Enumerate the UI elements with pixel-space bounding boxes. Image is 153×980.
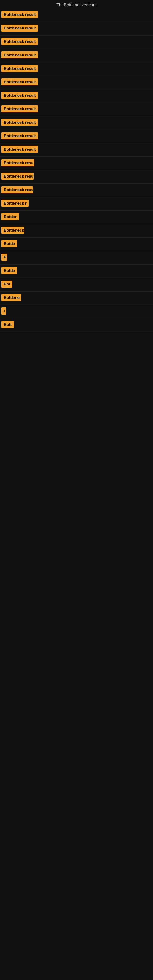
bottleneck-badge[interactable]: Bottleneck resu bbox=[1, 159, 34, 166]
bottleneck-badge[interactable]: Bottleneck result bbox=[1, 24, 38, 32]
bottleneck-row: Bottleneck resu bbox=[0, 170, 153, 184]
bottleneck-badge[interactable]: Bottleneck resu bbox=[1, 186, 33, 193]
bottleneck-badge[interactable]: Bott bbox=[1, 321, 14, 328]
bottleneck-badge[interactable]: Bottle bbox=[1, 267, 17, 274]
bottleneck-row: Bottler bbox=[0, 211, 153, 224]
bottleneck-badge[interactable]: Bottler bbox=[1, 213, 19, 220]
bottleneck-badge[interactable]: Bottleneck result bbox=[1, 132, 38, 139]
bottleneck-badge[interactable]: Bottleneck result bbox=[1, 65, 38, 72]
bottleneck-badge[interactable]: Bottleneck result bbox=[1, 119, 38, 126]
bottleneck-row: Bottleneck result bbox=[0, 35, 153, 49]
bottleneck-row: Bott bbox=[0, 318, 153, 332]
bottleneck-badge[interactable]: Bottleneck result bbox=[1, 11, 38, 18]
bottleneck-badge[interactable]: Bottleneck result bbox=[1, 105, 38, 112]
bottleneck-row: Bottlene bbox=[0, 291, 153, 305]
bottleneck-badge[interactable]: Bottleneck bbox=[1, 227, 24, 234]
bottleneck-row: I bbox=[0, 305, 153, 318]
bottleneck-row: Bottleneck r bbox=[0, 197, 153, 211]
bottleneck-badge[interactable]: Bottleneck resu bbox=[1, 173, 33, 180]
bottleneck-badge[interactable]: I bbox=[1, 307, 6, 315]
bottleneck-badge[interactable]: Bot bbox=[1, 280, 12, 288]
bottleneck-row: Bottleneck resu bbox=[0, 157, 153, 170]
bottleneck-row: Bottleneck result bbox=[0, 22, 153, 35]
bottleneck-row: Bottleneck result bbox=[0, 89, 153, 103]
bottleneck-badge[interactable]: Bottleneck result bbox=[1, 92, 38, 99]
bottleneck-badge[interactable]: Bottleneck result bbox=[1, 51, 38, 59]
bottleneck-badge[interactable]: Bottleneck result bbox=[1, 146, 38, 153]
bottleneck-row: Bottle bbox=[0, 265, 153, 278]
site-title-container: TheBottlenecker.com bbox=[0, 0, 153, 9]
rows-container: Bottleneck resultBottleneck resultBottle… bbox=[0, 9, 153, 332]
bottleneck-row: Bottleneck resu bbox=[0, 184, 153, 197]
bottleneck-row: Bottleneck result bbox=[0, 9, 153, 22]
bottleneck-row: Bottleneck bbox=[0, 224, 153, 238]
bottleneck-badge[interactable]: Bottleneck result bbox=[1, 38, 38, 45]
bottleneck-row: Bottle bbox=[0, 238, 153, 251]
bottleneck-row: Bottleneck result bbox=[0, 49, 153, 62]
bottleneck-row: Bottleneck result bbox=[0, 76, 153, 89]
bottleneck-row: Bottleneck result bbox=[0, 130, 153, 143]
bottleneck-badge[interactable]: Bottlene bbox=[1, 294, 21, 301]
bottleneck-row: Bottleneck result bbox=[0, 116, 153, 130]
bottleneck-badge[interactable]: Bottleneck r bbox=[1, 200, 29, 207]
site-title: TheBottlenecker.com bbox=[0, 0, 153, 9]
bottleneck-row: Bot bbox=[0, 278, 153, 291]
bottleneck-badge[interactable]: Bottle bbox=[1, 240, 17, 247]
bottleneck-row: B bbox=[0, 251, 153, 265]
bottleneck-row: Bottleneck result bbox=[0, 62, 153, 76]
bottleneck-badge[interactable]: Bottleneck result bbox=[1, 78, 38, 86]
bottleneck-row: Bottleneck result bbox=[0, 103, 153, 116]
bottleneck-row: Bottleneck result bbox=[0, 143, 153, 157]
bottleneck-badge[interactable]: B bbox=[1, 254, 7, 261]
